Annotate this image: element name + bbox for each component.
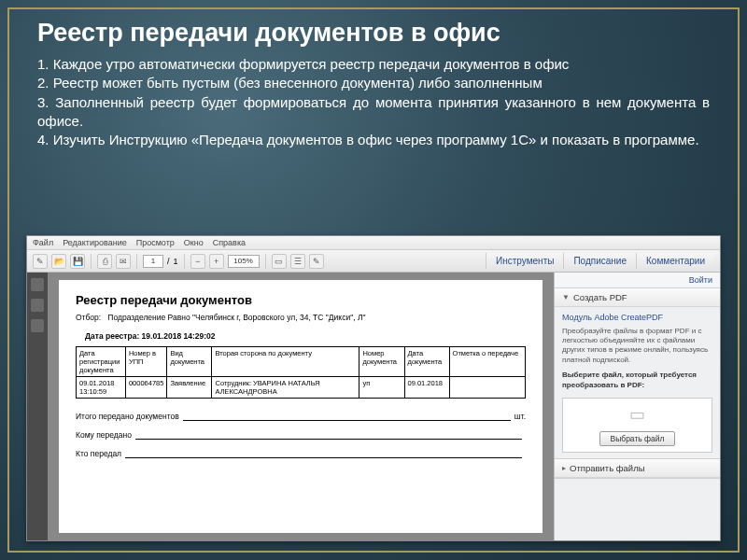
page-separator: /	[167, 257, 170, 266]
tab-tools[interactable]: Инструменты	[486, 253, 563, 269]
menu-view[interactable]: Просмотр	[136, 238, 175, 247]
work-area: Реестр передачи документов Отбор: Подраз…	[27, 273, 720, 540]
col-doc-type: Вид документа	[167, 347, 212, 377]
underline	[125, 449, 522, 458]
doc-filter-label: Отбор:	[76, 313, 101, 322]
page-current-input[interactable]: 1	[143, 255, 163, 268]
file-placeholder-icon: ▭	[629, 404, 645, 426]
accordion-title-create: Создать PDF	[573, 292, 627, 302]
save-icon[interactable]: 💾	[70, 254, 85, 269]
signin-link[interactable]: Войти	[555, 273, 720, 288]
menu-help[interactable]: Справка	[213, 238, 246, 247]
total-docs-label: Итого передано документов	[76, 412, 179, 421]
module-description: Преобразуйте файлы в формат PDF и с легк…	[562, 327, 712, 366]
thumbnails-icon[interactable]	[31, 278, 44, 291]
zoom-out-icon[interactable]: −	[190, 254, 205, 269]
choose-file-button[interactable]: Выбрать файл	[599, 431, 674, 446]
left-nav-strip	[27, 273, 48, 540]
menu-window[interactable]: Окно	[184, 238, 204, 247]
transferred-by-label: Кто передал	[76, 449, 121, 458]
doc-title: Реестр передачи документов	[76, 293, 526, 307]
module-title: Модуль Adobe CreatePDF	[562, 313, 712, 324]
attachments-icon[interactable]	[31, 319, 44, 332]
toolbar-separator	[265, 254, 266, 269]
col-doc-date: Дата документа	[404, 347, 449, 377]
print-icon[interactable]: ⎙	[97, 254, 112, 269]
doc-filter-value: Подразделение Равно "Челябинск г, Воровс…	[107, 313, 365, 322]
table-row: 09.01.2018 13:10:59 000064785 Заявление …	[77, 377, 526, 399]
page-total: 1	[174, 257, 178, 266]
col-second-party: Вторая сторона по документу	[212, 347, 359, 377]
menu-edit[interactable]: Редактирование	[63, 238, 127, 247]
tab-sign[interactable]: Подписание	[563, 253, 636, 269]
tab-comments[interactable]: Комментарии	[636, 253, 714, 269]
doc-filter: Отбор: Подразделение Равно "Челябинск г,…	[76, 313, 526, 322]
chevron-right-icon: ▸	[562, 464, 566, 472]
tool-icon[interactable]: ☰	[290, 254, 305, 269]
bookmarks-icon[interactable]	[31, 299, 44, 312]
table-header-row: Дата регистрации документа Номер в УПП В…	[77, 347, 526, 377]
underline	[183, 412, 511, 421]
accordion-send-files: ▸ Отправить файлы	[555, 459, 720, 479]
col-reg-date: Дата регистрации документа	[77, 347, 126, 377]
accordion-title-send: Отправить файлы	[570, 463, 645, 473]
underline	[135, 430, 522, 440]
side-panel: Войти ▼ Создать PDF Модуль Adobe CreateP…	[554, 273, 720, 540]
tool-icon[interactable]: ✎	[309, 254, 324, 269]
tool-icon[interactable]: ▭	[272, 254, 287, 269]
choose-file-label: Выберите файл, который требуется преобра…	[562, 371, 712, 390]
chevron-down-icon: ▼	[562, 293, 570, 301]
doc-footer-lines: Итого передано документов шт. Кому перед…	[76, 412, 526, 458]
cell-transfer-mark	[449, 377, 525, 399]
cell-second-party: Сотрудник: УВАРИНА НАТАЛЬЯ АЛЕКСАНДРОВНА	[212, 377, 359, 399]
registry-table: Дата регистрации документа Номер в УПП В…	[76, 346, 526, 399]
open-icon[interactable]: 📂	[51, 254, 66, 269]
cell-upp-number: 000064785	[125, 377, 167, 399]
zoom-level[interactable]: 105%	[228, 255, 260, 268]
zoom-in-icon[interactable]: +	[209, 254, 224, 269]
accordion-body-create: Модуль Adobe CreatePDF Преобразуйте файл…	[555, 307, 720, 458]
menu-bar: Файл Редактирование Просмотр Окно Справк…	[27, 236, 720, 250]
col-transfer-mark: Отметка о передаче	[449, 347, 525, 377]
accordion-create-pdf: ▼ Создать PDF Модуль Adobe CreatePDF Пре…	[555, 288, 720, 459]
cell-doc-type: Заявление	[167, 377, 212, 399]
toolbar-separator	[184, 254, 185, 269]
col-doc-number: Номер документа	[359, 347, 404, 377]
accordion-head-send[interactable]: ▸ Отправить файлы	[555, 459, 720, 478]
create-pdf-icon[interactable]: ✎	[33, 254, 48, 269]
mail-icon[interactable]: ✉	[116, 254, 131, 269]
file-choose-box: ▭ Выбрать файл	[562, 398, 712, 453]
transferred-to-label: Кому передано	[76, 430, 132, 440]
menu-file[interactable]: Файл	[33, 238, 53, 247]
cell-doc-number: уп	[359, 377, 404, 399]
cell-doc-date: 09.01.2018	[404, 377, 449, 399]
cell-reg-date: 09.01.2018 13:10:59	[77, 377, 126, 399]
right-tools-tabs: Инструменты Подписание Комментарии	[486, 253, 714, 269]
document-area[interactable]: Реестр передачи документов Отбор: Подраз…	[48, 273, 554, 540]
doc-registry-date: Дата реестра: 19.01.2018 14:29:02	[85, 331, 526, 341]
accordion-head-create[interactable]: ▼ Создать PDF	[555, 288, 720, 307]
pdf-viewer-window: Файл Редактирование Просмотр Окно Справк…	[26, 235, 721, 541]
toolbar-separator	[91, 254, 92, 269]
total-docs-unit: шт.	[514, 412, 526, 421]
toolbar-separator	[136, 254, 137, 269]
document-page: Реестр передачи документов Отбор: Подраз…	[59, 280, 543, 533]
col-upp-number: Номер в УПП	[125, 347, 167, 377]
toolbar: ✎ 📂 💾 ⎙ ✉ 1 / 1 − + 105% ▭ ☰ ✎ Инструмен…	[27, 250, 720, 273]
